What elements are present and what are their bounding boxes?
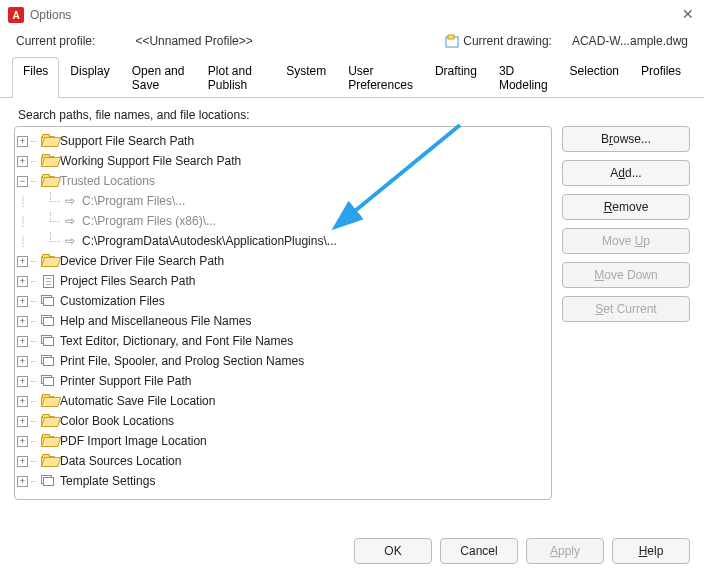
- tree-node-label: Help and Miscellaneous File Names: [60, 314, 251, 328]
- expander-icon[interactable]: +: [17, 256, 28, 267]
- stack-icon: [40, 474, 56, 488]
- tree-node[interactable]: +PDF Import Image Location: [17, 431, 549, 451]
- add-button[interactable]: Add...: [562, 160, 690, 186]
- tree-child-node[interactable]: ┊⇨C:\ProgramData\Autodesk\ApplicationPlu…: [17, 231, 549, 251]
- tree-child-node[interactable]: ┊⇨C:\Program Files\...: [17, 191, 549, 211]
- tab-selection[interactable]: Selection: [559, 57, 630, 98]
- tree-node-label: Customization Files: [60, 294, 165, 308]
- tree-node-label: Printer Support File Path: [60, 374, 191, 388]
- remove-button[interactable]: Remove: [562, 194, 690, 220]
- expander-icon[interactable]: +: [17, 376, 28, 387]
- folder-icon: [40, 454, 56, 468]
- current-profile-value: <<Unnamed Profile>>: [135, 34, 252, 48]
- close-icon[interactable]: ✕: [682, 6, 694, 22]
- tab-user-preferences[interactable]: User Preferences: [337, 57, 424, 98]
- folder-icon: [40, 434, 56, 448]
- tree-node[interactable]: +Automatic Save File Location: [17, 391, 549, 411]
- expander-icon[interactable]: +: [17, 396, 28, 407]
- document-icon: [40, 274, 56, 288]
- tree-node-label: Print File, Spooler, and Prolog Section …: [60, 354, 304, 368]
- profile-row: Current profile: <<Unnamed Profile>> Cur…: [0, 30, 704, 56]
- section-description: Search paths, file names, and file locat…: [0, 98, 704, 126]
- ok-button[interactable]: OK: [354, 538, 432, 564]
- tab-bar: FilesDisplayOpen and SavePlot and Publis…: [0, 56, 704, 98]
- tree-node[interactable]: +Color Book Locations: [17, 411, 549, 431]
- app-icon: A: [8, 7, 24, 23]
- drawing-icon: [445, 34, 459, 48]
- tree-node[interactable]: +Help and Miscellaneous File Names: [17, 311, 549, 331]
- tree-node[interactable]: +Data Sources Location: [17, 451, 549, 471]
- expander-icon[interactable]: +: [17, 416, 28, 427]
- folder-icon: [40, 134, 56, 148]
- tree-node-label: C:\Program Files\...: [82, 194, 185, 208]
- tree-node[interactable]: +Text Editor, Dictionary, and Font File …: [17, 331, 549, 351]
- folder-icon: [40, 154, 56, 168]
- apply-button[interactable]: Apply: [526, 538, 604, 564]
- tree-node-label: Data Sources Location: [60, 454, 181, 468]
- path-arrow-icon: ⇨: [62, 214, 78, 228]
- tab-files[interactable]: Files: [12, 57, 59, 98]
- tree-node[interactable]: +Printer Support File Path: [17, 371, 549, 391]
- tree-child-node[interactable]: ┊⇨C:\Program Files (x86)\...: [17, 211, 549, 231]
- tree-node[interactable]: +Support File Search Path: [17, 131, 549, 151]
- tree-view[interactable]: +Support File Search Path+Working Suppor…: [15, 127, 551, 499]
- tree-node-label: Template Settings: [60, 474, 155, 488]
- expander-icon[interactable]: +: [17, 476, 28, 487]
- tree-node[interactable]: +Customization Files: [17, 291, 549, 311]
- tree-container: +Support File Search Path+Working Suppor…: [14, 126, 552, 500]
- tree-node-label: PDF Import Image Location: [60, 434, 207, 448]
- stack-icon: [40, 294, 56, 308]
- folder-icon: [40, 394, 56, 408]
- set-current-button[interactable]: Set Current: [562, 296, 690, 322]
- tree-node[interactable]: −Trusted Locations: [17, 171, 549, 191]
- expander-icon[interactable]: +: [17, 456, 28, 467]
- dialog-buttons: OK Cancel Apply Help: [354, 538, 690, 564]
- tree-node-label: Project Files Search Path: [60, 274, 195, 288]
- tree-node-label: Support File Search Path: [60, 134, 194, 148]
- expander-icon[interactable]: +: [17, 356, 28, 367]
- tab-system[interactable]: System: [275, 57, 337, 98]
- tree-node-label: Color Book Locations: [60, 414, 174, 428]
- path-arrow-icon: ⇨: [62, 194, 78, 208]
- tree-node[interactable]: +Working Support File Search Path: [17, 151, 549, 171]
- expander-icon[interactable]: +: [17, 316, 28, 327]
- tree-node[interactable]: +Template Settings: [17, 471, 549, 491]
- expander-icon[interactable]: +: [17, 436, 28, 447]
- folder-icon: [40, 254, 56, 268]
- tab-profiles[interactable]: Profiles: [630, 57, 692, 98]
- tab-open-and-save[interactable]: Open and Save: [121, 57, 197, 98]
- move-up-button[interactable]: Move Up: [562, 228, 690, 254]
- tab-3d-modeling[interactable]: 3D Modeling: [488, 57, 559, 98]
- side-buttons: Browse... Add... Remove Move Up Move Dow…: [562, 126, 690, 500]
- tree-node-label: Working Support File Search Path: [60, 154, 241, 168]
- expander-icon[interactable]: +: [17, 136, 28, 147]
- expander-icon[interactable]: +: [17, 336, 28, 347]
- expander-icon[interactable]: −: [17, 176, 28, 187]
- tree-node[interactable]: +Project Files Search Path: [17, 271, 549, 291]
- tab-display[interactable]: Display: [59, 57, 120, 98]
- stack-icon: [40, 374, 56, 388]
- tab-drafting[interactable]: Drafting: [424, 57, 488, 98]
- tree-node-label: C:\ProgramData\Autodesk\ApplicationPlugi…: [82, 234, 337, 248]
- current-drawing-value: ACAD-W...ample.dwg: [572, 34, 688, 48]
- tab-plot-and-publish[interactable]: Plot and Publish: [197, 57, 275, 98]
- expander-icon[interactable]: +: [17, 296, 28, 307]
- tree-node-label: Text Editor, Dictionary, and Font File N…: [60, 334, 293, 348]
- cancel-button[interactable]: Cancel: [440, 538, 518, 564]
- expander-icon[interactable]: +: [17, 276, 28, 287]
- help-button[interactable]: Help: [612, 538, 690, 564]
- expander-icon[interactable]: +: [17, 156, 28, 167]
- tree-node-label: C:\Program Files (x86)\...: [82, 214, 216, 228]
- tree-node[interactable]: +Device Driver File Search Path: [17, 251, 549, 271]
- tree-node-label: Trusted Locations: [60, 174, 155, 188]
- tree-node-label: Device Driver File Search Path: [60, 254, 224, 268]
- stack-icon: [40, 354, 56, 368]
- path-arrow-icon: ⇨: [62, 234, 78, 248]
- tree-node[interactable]: +Print File, Spooler, and Prolog Section…: [17, 351, 549, 371]
- stack-icon: [40, 314, 56, 328]
- current-drawing-label: Current drawing:: [463, 34, 552, 48]
- stack-icon: [40, 334, 56, 348]
- folder-icon: [40, 174, 56, 188]
- browse-button[interactable]: Browse...: [562, 126, 690, 152]
- move-down-button[interactable]: Move Down: [562, 262, 690, 288]
